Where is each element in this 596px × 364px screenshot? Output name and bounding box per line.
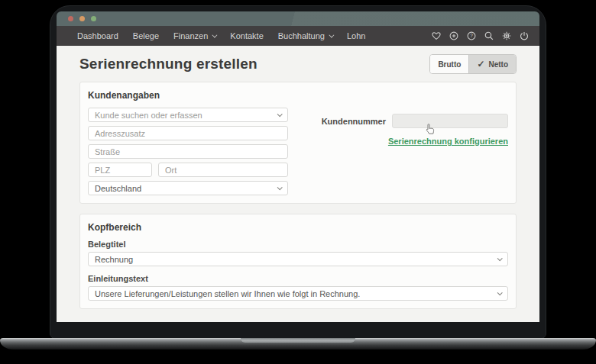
screen: Dashboard Belege Finanzen Kontakte Buchh… <box>57 11 539 322</box>
address-suffix-input[interactable] <box>88 126 288 140</box>
hand-cursor-icon <box>425 123 436 139</box>
maximize-window-dot[interactable] <box>91 16 96 21</box>
nav-label: Lohn <box>347 31 365 40</box>
chevron-down-icon <box>329 32 334 37</box>
page-title: Serienrechnung erstellen <box>79 56 258 72</box>
netto-toggle-label: Netto <box>488 60 508 69</box>
browser-titlebar <box>57 11 539 26</box>
nav-label: Belege <box>133 31 159 40</box>
customer-select-placeholder: Kunde suchen oder erfassen <box>95 111 202 120</box>
nav-item-finanzen[interactable]: Finanzen <box>173 31 215 40</box>
nav-label: Finanzen <box>173 31 208 40</box>
chevron-down-icon <box>497 290 503 295</box>
customer-section-heading: Kundenangaben <box>88 90 508 101</box>
help-circle-icon[interactable]: ? <box>466 31 477 41</box>
power-icon[interactable] <box>519 31 530 41</box>
plus-circle-icon[interactable] <box>449 31 459 41</box>
customer-number-label: Kundennummer <box>322 117 386 126</box>
nav-item-buchhaltung[interactable]: Buchhaltung <box>278 31 332 40</box>
nav-icon-group: ? <box>431 31 530 41</box>
customer-columns: Kunde suchen oder erfassen Deutschland <box>88 108 508 195</box>
configure-recurring-invoice-link[interactable]: Serienrechnung konfigurieren <box>388 137 508 146</box>
nav-items: Dashboard Belege Finanzen Kontakte Buchh… <box>77 31 365 40</box>
page-header: Serienrechnung erstellen Brutto ✓ Netto <box>79 46 517 82</box>
configure-link-row: Serienrechnung konfigurieren <box>322 134 508 147</box>
country-select-value: Deutschland <box>95 184 141 193</box>
intro-text-group: Einleitungstext Unsere Lieferungen/Leist… <box>88 274 508 301</box>
head-section-heading: Kopfbereich <box>88 222 508 233</box>
brutto-toggle-button[interactable]: Brutto <box>430 55 468 73</box>
brutto-netto-toggle: Brutto ✓ Netto <box>429 54 517 74</box>
document-title-value: Rechnung <box>95 255 133 264</box>
document-title-group: Belegtitel Rechnung <box>88 240 508 266</box>
customer-number-column: Kundennummer Serienrechnung konfiguriere… <box>288 108 508 195</box>
zip-input[interactable] <box>88 163 152 177</box>
gear-icon[interactable] <box>501 31 512 41</box>
chevron-down-icon <box>277 185 282 190</box>
country-select[interactable]: Deutschland <box>88 181 288 195</box>
nav-item-dashboard[interactable]: Dashboard <box>77 31 118 40</box>
laptop-base <box>0 338 596 350</box>
intro-text-value: Unsere Lieferungen/Leistungen stellen wi… <box>95 289 360 298</box>
laptop-frame: Dashboard Belege Finanzen Kontakte Buchh… <box>50 5 546 339</box>
minimize-window-dot[interactable] <box>79 16 85 21</box>
nav-label: Buchhaltung <box>278 31 325 40</box>
chevron-down-icon <box>212 32 218 37</box>
page-content: Serienrechnung erstellen Brutto ✓ Netto … <box>57 46 539 322</box>
nav-label: Dashboard <box>77 31 118 40</box>
document-title-select[interactable]: Rechnung <box>88 252 508 266</box>
intro-text-label: Einleitungstext <box>88 274 508 283</box>
svg-text:?: ? <box>470 33 473 38</box>
search-icon[interactable] <box>484 31 494 41</box>
heart-icon[interactable] <box>431 31 442 41</box>
nav-label: Kontakte <box>230 31 263 40</box>
app-navbar: Dashboard Belege Finanzen Kontakte Buchh… <box>57 26 539 46</box>
chevron-down-icon <box>277 111 282 117</box>
city-input[interactable] <box>158 163 288 177</box>
nav-item-kontakte[interactable]: Kontakte <box>230 31 263 40</box>
close-window-dot[interactable] <box>68 16 73 21</box>
document-title-label: Belegtitel <box>88 240 508 249</box>
customer-number-row: Kundennummer <box>322 114 508 128</box>
laptop-base-notch <box>241 338 355 343</box>
customer-number-input <box>392 114 508 128</box>
customer-select[interactable]: Kunde suchen oder erfassen <box>88 108 288 122</box>
netto-toggle-button[interactable]: ✓ Netto <box>468 55 516 73</box>
check-icon: ✓ <box>477 59 484 69</box>
street-input[interactable] <box>88 144 288 159</box>
customer-address-column: Kunde suchen oder erfassen Deutschland <box>88 108 288 195</box>
zip-city-row <box>88 163 288 177</box>
nav-item-belege[interactable]: Belege <box>133 31 159 40</box>
chevron-down-icon <box>497 256 503 261</box>
head-section-card: Kopfbereich Belegtitel Rechnung Einleitu… <box>79 214 517 309</box>
nav-item-lohn[interactable]: Lohn <box>347 31 365 40</box>
intro-text-select[interactable]: Unsere Lieferungen/Leistungen stellen wi… <box>88 286 508 301</box>
customer-section-card: Kundenangaben Kunde suchen oder erfassen <box>79 82 517 204</box>
